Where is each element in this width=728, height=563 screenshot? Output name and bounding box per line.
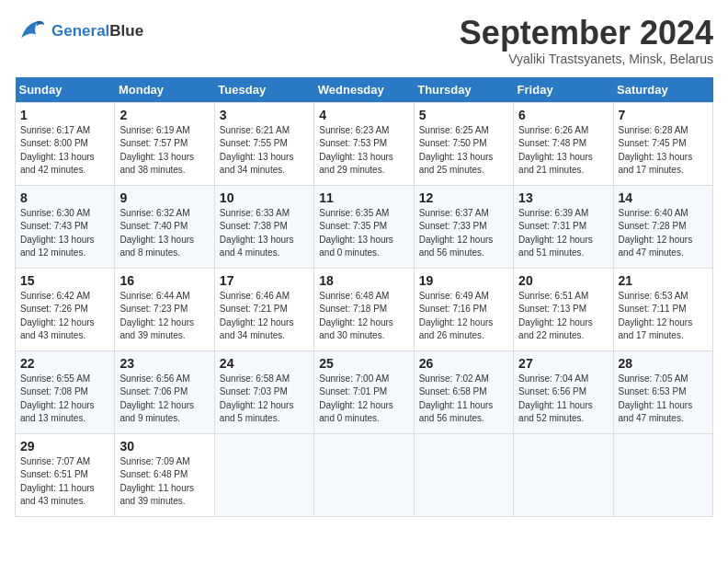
- calendar-cell: 25Sunrise: 7:00 AM Sunset: 7:01 PM Dayli…: [314, 350, 414, 433]
- day-info: Sunrise: 6:32 AM Sunset: 7:40 PM Dayligh…: [119, 207, 209, 260]
- day-info: Sunrise: 7:02 AM Sunset: 6:58 PM Dayligh…: [419, 373, 508, 426]
- day-number: 4: [319, 108, 408, 122]
- day-info: Sunrise: 7:04 AM Sunset: 6:56 PM Dayligh…: [518, 373, 608, 426]
- day-number: 9: [119, 190, 209, 205]
- calendar-cell: 24Sunrise: 6:58 AM Sunset: 7:03 PM Dayli…: [214, 350, 313, 433]
- calendar-cell: 27Sunrise: 7:04 AM Sunset: 6:56 PM Dayli…: [514, 350, 613, 433]
- day-number: 20: [518, 273, 608, 288]
- day-info: Sunrise: 6:26 AM Sunset: 7:48 PM Dayligh…: [518, 124, 608, 178]
- day-info: Sunrise: 7:05 AM Sunset: 6:53 PM Dayligh…: [619, 373, 708, 426]
- calendar-week-row: 15Sunrise: 6:42 AM Sunset: 7:26 PM Dayli…: [16, 268, 713, 350]
- day-number: 29: [20, 439, 109, 454]
- calendar-cell: 28Sunrise: 7:05 AM Sunset: 6:53 PM Dayli…: [613, 350, 712, 433]
- calendar-cell: 5Sunrise: 6:25 AM Sunset: 7:50 PM Daylig…: [414, 102, 513, 185]
- day-info: Sunrise: 7:07 AM Sunset: 6:51 PM Dayligh…: [20, 455, 109, 509]
- calendar-cell: 11Sunrise: 6:35 AM Sunset: 7:35 PM Dayli…: [314, 185, 414, 268]
- calendar-cell: 19Sunrise: 6:49 AM Sunset: 7:16 PM Dayli…: [414, 268, 513, 350]
- day-info: Sunrise: 6:35 AM Sunset: 7:35 PM Dayligh…: [319, 207, 408, 260]
- calendar-cell: [514, 433, 613, 516]
- day-info: Sunrise: 6:39 AM Sunset: 7:31 PM Dayligh…: [518, 207, 608, 260]
- calendar-cell: 21Sunrise: 6:53 AM Sunset: 7:11 PM Dayli…: [613, 268, 712, 350]
- calendar-week-row: 8Sunrise: 6:30 AM Sunset: 7:43 PM Daylig…: [16, 185, 713, 268]
- calendar-cell: [214, 433, 313, 516]
- day-number: 23: [119, 356, 209, 371]
- calendar-header-row: SundayMondayTuesdayWednesdayThursdayFrid…: [16, 77, 713, 103]
- calendar-cell: 10Sunrise: 6:33 AM Sunset: 7:38 PM Dayli…: [214, 185, 313, 268]
- day-info: Sunrise: 6:28 AM Sunset: 7:45 PM Dayligh…: [619, 124, 708, 178]
- day-info: Sunrise: 6:49 AM Sunset: 7:16 PM Dayligh…: [419, 290, 508, 343]
- calendar-cell: 20Sunrise: 6:51 AM Sunset: 7:13 PM Dayli…: [514, 268, 613, 350]
- day-number: 12: [419, 190, 508, 205]
- day-info: Sunrise: 6:37 AM Sunset: 7:33 PM Dayligh…: [419, 207, 508, 260]
- day-number: 25: [319, 356, 408, 371]
- day-number: 28: [619, 356, 708, 371]
- calendar-cell: [613, 433, 712, 516]
- calendar-cell: 12Sunrise: 6:37 AM Sunset: 7:33 PM Dayli…: [414, 185, 513, 268]
- day-info: Sunrise: 6:23 AM Sunset: 7:53 PM Dayligh…: [319, 124, 408, 178]
- calendar-cell: 4Sunrise: 6:23 AM Sunset: 7:53 PM Daylig…: [314, 102, 414, 185]
- day-info: Sunrise: 6:30 AM Sunset: 7:43 PM Dayligh…: [20, 207, 109, 260]
- col-header-wednesday: Wednesday: [314, 77, 414, 103]
- calendar-week-row: 1Sunrise: 6:17 AM Sunset: 8:00 PM Daylig…: [16, 102, 713, 185]
- calendar-cell: 1Sunrise: 6:17 AM Sunset: 8:00 PM Daylig…: [16, 102, 115, 185]
- day-number: 14: [619, 190, 708, 205]
- day-info: Sunrise: 6:56 AM Sunset: 7:06 PM Dayligh…: [119, 373, 209, 426]
- day-info: Sunrise: 6:33 AM Sunset: 7:38 PM Dayligh…: [220, 207, 309, 260]
- location: Vyaliki Trastsyanets, Minsk, Belarus: [460, 52, 713, 66]
- day-number: 19: [419, 273, 508, 288]
- day-number: 18: [319, 273, 408, 288]
- day-number: 2: [119, 108, 209, 122]
- title-block: September 2024 Vyaliki Trastsyanets, Min…: [460, 15, 713, 66]
- calendar-cell: 13Sunrise: 6:39 AM Sunset: 7:31 PM Dayli…: [514, 185, 613, 268]
- day-number: 7: [619, 108, 708, 122]
- col-header-sunday: Sunday: [16, 77, 115, 103]
- day-number: 24: [220, 356, 309, 371]
- day-number: 1: [20, 108, 109, 122]
- day-number: 16: [119, 273, 209, 288]
- col-header-monday: Monday: [115, 77, 214, 103]
- col-header-thursday: Thursday: [414, 77, 513, 103]
- day-info: Sunrise: 6:25 AM Sunset: 7:50 PM Dayligh…: [419, 124, 508, 178]
- calendar-cell: 15Sunrise: 6:42 AM Sunset: 7:26 PM Dayli…: [16, 268, 115, 350]
- day-number: 5: [419, 108, 508, 122]
- day-number: 27: [518, 356, 608, 371]
- calendar-cell: 22Sunrise: 6:55 AM Sunset: 7:08 PM Dayli…: [16, 350, 115, 433]
- calendar-cell: 23Sunrise: 6:56 AM Sunset: 7:06 PM Dayli…: [115, 350, 214, 433]
- day-info: Sunrise: 6:58 AM Sunset: 7:03 PM Dayligh…: [220, 373, 309, 426]
- day-info: Sunrise: 6:44 AM Sunset: 7:23 PM Dayligh…: [119, 290, 209, 343]
- calendar-cell: 3Sunrise: 6:21 AM Sunset: 7:55 PM Daylig…: [214, 102, 313, 185]
- day-info: Sunrise: 6:19 AM Sunset: 7:57 PM Dayligh…: [119, 124, 209, 178]
- logo-text: GeneralBlue: [51, 22, 143, 40]
- day-number: 30: [119, 439, 209, 454]
- day-info: Sunrise: 6:42 AM Sunset: 7:26 PM Dayligh…: [20, 290, 109, 343]
- calendar-week-row: 22Sunrise: 6:55 AM Sunset: 7:08 PM Dayli…: [16, 350, 713, 433]
- col-header-friday: Friday: [514, 77, 613, 103]
- day-number: 10: [220, 190, 309, 205]
- col-header-saturday: Saturday: [613, 77, 712, 103]
- day-number: 8: [20, 190, 109, 205]
- day-number: 22: [20, 356, 109, 371]
- day-info: Sunrise: 6:48 AM Sunset: 7:18 PM Dayligh…: [319, 290, 408, 343]
- calendar-cell: 30Sunrise: 7:09 AM Sunset: 6:48 PM Dayli…: [115, 433, 214, 516]
- day-info: Sunrise: 6:17 AM Sunset: 8:00 PM Dayligh…: [20, 124, 109, 178]
- day-info: Sunrise: 6:53 AM Sunset: 7:11 PM Dayligh…: [619, 290, 708, 343]
- day-info: Sunrise: 6:51 AM Sunset: 7:13 PM Dayligh…: [518, 290, 608, 343]
- day-info: Sunrise: 6:55 AM Sunset: 7:08 PM Dayligh…: [20, 373, 109, 426]
- calendar-cell: [414, 433, 513, 516]
- calendar-week-row: 29Sunrise: 7:07 AM Sunset: 6:51 PM Dayli…: [16, 433, 713, 516]
- day-info: Sunrise: 6:46 AM Sunset: 7:21 PM Dayligh…: [220, 290, 309, 343]
- logo-icon: [15, 15, 48, 48]
- logo: GeneralBlue: [15, 15, 143, 48]
- calendar-table: SundayMondayTuesdayWednesdayThursdayFrid…: [15, 77, 713, 517]
- calendar-cell: 7Sunrise: 6:28 AM Sunset: 7:45 PM Daylig…: [613, 102, 712, 185]
- day-info: Sunrise: 6:21 AM Sunset: 7:55 PM Dayligh…: [220, 124, 309, 178]
- day-number: 13: [518, 190, 608, 205]
- calendar-cell: 16Sunrise: 6:44 AM Sunset: 7:23 PM Dayli…: [115, 268, 214, 350]
- calendar-cell: 29Sunrise: 7:07 AM Sunset: 6:51 PM Dayli…: [16, 433, 115, 516]
- day-info: Sunrise: 7:00 AM Sunset: 7:01 PM Dayligh…: [319, 373, 408, 426]
- day-number: 21: [619, 273, 708, 288]
- calendar-cell: 26Sunrise: 7:02 AM Sunset: 6:58 PM Dayli…: [414, 350, 513, 433]
- day-number: 17: [220, 273, 309, 288]
- day-number: 15: [20, 273, 109, 288]
- calendar-cell: 14Sunrise: 6:40 AM Sunset: 7:28 PM Dayli…: [613, 185, 712, 268]
